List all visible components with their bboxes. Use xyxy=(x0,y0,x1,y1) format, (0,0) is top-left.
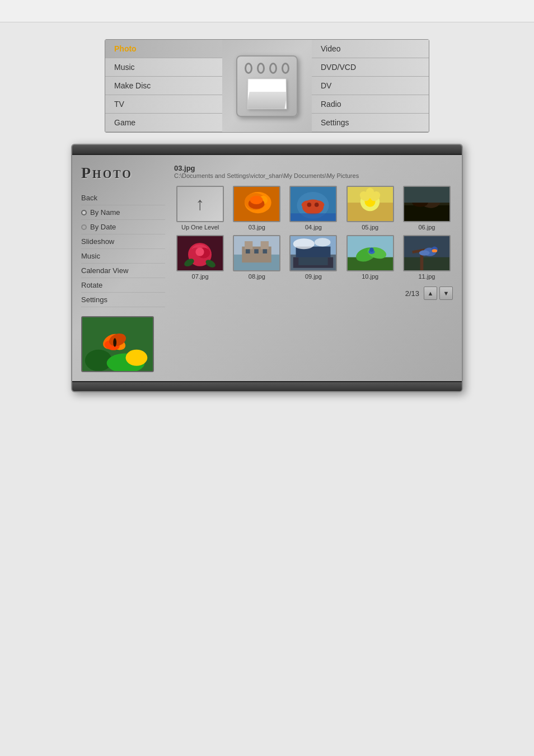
svg-point-72 xyxy=(432,249,437,252)
svg-point-64 xyxy=(369,247,374,252)
thumb-10 xyxy=(346,235,394,271)
thumb-05 xyxy=(346,186,394,222)
thumb-03 xyxy=(233,186,280,222)
grid-item-05[interactable]: 05.jpg xyxy=(344,186,396,231)
photo-08-svg xyxy=(234,235,279,271)
label-11: 11.jpg xyxy=(418,273,435,280)
svg-point-8 xyxy=(113,338,116,347)
sidebar-item-by-date[interactable]: By Date xyxy=(81,220,165,234)
svg-point-71 xyxy=(419,250,430,256)
grid-item-09[interactable]: 09.jpg xyxy=(287,235,339,280)
photo-03-svg xyxy=(234,186,279,222)
svg-rect-51 xyxy=(263,249,268,253)
nav-item-settings[interactable]: Settings xyxy=(312,114,429,132)
calendar-page xyxy=(247,78,287,109)
nav-menu-container: Photo Music Make Disc TV Game xyxy=(99,39,435,133)
panel-top-bar xyxy=(72,145,462,155)
nav-item-dvd[interactable]: DVD/VCD xyxy=(312,58,429,77)
label-09: 09.jpg xyxy=(305,273,322,280)
nav-item-tv[interactable]: TV xyxy=(105,95,222,114)
grid-item-10[interactable]: 10.jpg xyxy=(344,235,396,280)
main-panel: Photo Back By Name By Date Slideshow Mus… xyxy=(71,144,463,392)
calendar-decorative-icon xyxy=(236,55,298,117)
grid-item-03[interactable]: 03.jpg xyxy=(231,186,283,231)
preview-svg xyxy=(82,316,153,372)
grid-item-04[interactable]: 04.jpg xyxy=(287,186,339,231)
sidebar-item-by-name[interactable]: By Name xyxy=(81,205,165,220)
nav-item-photo[interactable]: Photo xyxy=(105,40,222,58)
grid-item-up[interactable]: ↑ Up One Level xyxy=(174,186,226,231)
photo-10-svg xyxy=(348,235,393,271)
calendar-rings xyxy=(245,63,289,74)
sidebar-item-slideshow[interactable]: Slideshow xyxy=(81,234,165,249)
label-04: 04.jpg xyxy=(305,224,322,231)
grid-item-11[interactable]: 11.jpg xyxy=(401,235,453,280)
nav-item-game[interactable]: Game xyxy=(105,114,222,132)
sidebar-item-settings[interactable]: Settings xyxy=(81,293,165,307)
nav-left-col: Photo Music Make Disc TV Game xyxy=(105,40,222,132)
grid-item-06[interactable]: 06.jpg xyxy=(401,186,453,231)
photo-11-svg xyxy=(404,235,449,271)
svg-rect-66 xyxy=(404,257,449,271)
svg-rect-22 xyxy=(291,213,336,221)
panel-content: Photo Back By Name By Date Slideshow Mus… xyxy=(72,155,462,381)
svg-point-58 xyxy=(315,238,331,246)
photo-05-svg xyxy=(348,186,393,222)
prev-page-button[interactable]: ▲ xyxy=(424,287,437,300)
svg-rect-47 xyxy=(245,241,252,249)
nav-item-make-disc[interactable]: Make Disc xyxy=(105,77,222,95)
sidebar-item-back[interactable]: Back xyxy=(81,191,165,205)
grid-item-07[interactable]: 07.jpg xyxy=(174,235,226,280)
photo-07-svg xyxy=(177,235,223,271)
nav-menu: Photo Music Make Disc TV Game xyxy=(105,39,429,133)
sidebar-item-rotate[interactable]: Rotate xyxy=(81,278,165,293)
label-07: 07.jpg xyxy=(192,273,209,280)
svg-rect-48 xyxy=(261,241,269,249)
path-filename: 03.jpg xyxy=(174,164,453,172)
thumb-08 xyxy=(233,235,280,271)
content-area: 03.jpg C:\Documents and Settings\victor_… xyxy=(174,164,453,372)
nav-right-col: Video DVD/VCD DV Radio Settings xyxy=(312,40,429,132)
path-full: C:\Documents and Settings\victor_shan\My… xyxy=(174,172,453,179)
by-name-radio xyxy=(81,210,87,215)
image-grid: ↑ Up One Level xyxy=(174,186,453,280)
sidebar-item-music[interactable]: Music xyxy=(81,249,165,264)
thumb-07 xyxy=(176,235,224,271)
ring-4 xyxy=(282,63,289,74)
nav-item-dv[interactable]: DV xyxy=(312,77,429,95)
ring-3 xyxy=(269,63,277,74)
pagination: 2/13 ▲ ▼ xyxy=(174,287,453,300)
grid-item-08[interactable]: 08.jpg xyxy=(231,235,283,280)
photo-04-svg xyxy=(291,186,336,222)
photo-06-svg xyxy=(404,186,449,222)
sidebar-title: Photo xyxy=(81,164,165,182)
svg-point-3 xyxy=(126,350,148,366)
nav-item-music[interactable]: Music xyxy=(105,58,222,77)
label-08: 08.jpg xyxy=(249,273,265,280)
nav-center-icon xyxy=(222,40,312,132)
thumb-11 xyxy=(403,235,451,271)
path-info: 03.jpg C:\Documents and Settings\victor_… xyxy=(174,164,453,179)
next-page-button[interactable]: ▼ xyxy=(439,287,453,300)
label-05: 05.jpg xyxy=(362,224,378,231)
preview-thumbnail xyxy=(81,316,154,372)
sidebar: Photo Back By Name By Date Slideshow Mus… xyxy=(81,164,165,372)
svg-point-57 xyxy=(293,238,315,249)
sidebar-item-calendar-view[interactable]: Calendar View xyxy=(81,264,165,278)
nav-item-video[interactable]: Video xyxy=(312,40,429,58)
preview-image xyxy=(82,317,153,371)
by-date-radio xyxy=(81,224,87,230)
svg-rect-31 xyxy=(404,205,449,222)
up-one-level-thumb: ↑ xyxy=(176,186,224,222)
thumb-09 xyxy=(289,235,337,271)
page-info: 2/13 xyxy=(405,289,419,298)
svg-rect-49 xyxy=(246,249,250,253)
thumb-04 xyxy=(289,186,337,222)
top-bar xyxy=(0,0,534,22)
up-label: Up One Level xyxy=(181,224,219,231)
ring-2 xyxy=(257,63,265,74)
svg-point-41 xyxy=(195,247,204,256)
svg-rect-50 xyxy=(254,249,259,253)
nav-item-radio[interactable]: Radio xyxy=(312,95,429,114)
ring-1 xyxy=(245,63,252,74)
